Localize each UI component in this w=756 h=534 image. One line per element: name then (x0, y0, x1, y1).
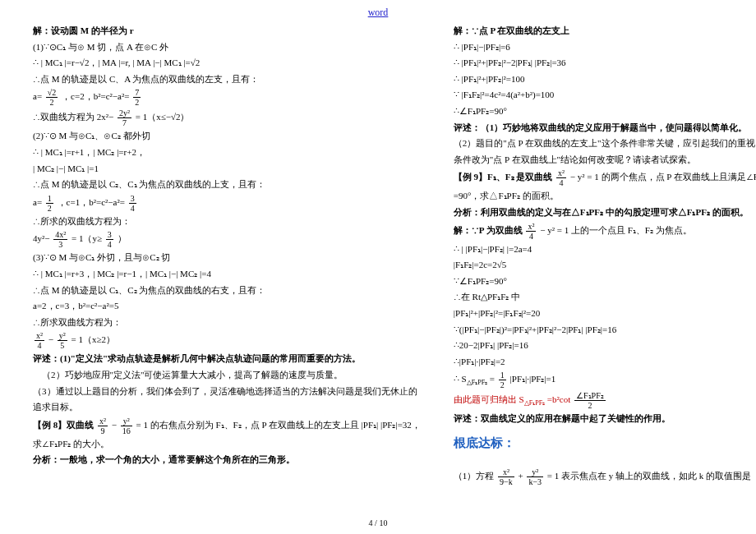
text-line: ∵(|PF₁|−|PF₂|)²=|PF₁|²+|PF₂|²−2|PF₁| |PF… (454, 323, 756, 338)
text: = 1 的右焦点分别为 F₁、F₂，点 P 在双曲线上的左支上且 |PF₁| |… (136, 420, 420, 430)
text-line: ∴所求的双曲线方程为： (33, 214, 421, 229)
fraction: x²4 (35, 331, 44, 350)
text-line: ∴20−2|PF₁| |PF₂|=16 (454, 338, 756, 353)
text: ，c=2，b²=c²−a²= (62, 91, 129, 101)
text: a= (33, 197, 42, 207)
text-line: ∴在 Rt△PF₁F₂ 中 (454, 290, 756, 305)
text: 由此题可归纳出 S (454, 394, 524, 404)
text-line: =90°，求△F₁PF₂ 的面积。 (454, 189, 756, 204)
text: − y² = 1 上的一个点且 F₁、F₂ 为焦点。 (540, 225, 691, 235)
text-line: ∴点 M 的轨迹是以 C₁、C₂ 为焦点的双曲线的右支，且有： (33, 283, 421, 298)
equation-line: x²4 − y²5 = 1（x≥2） (33, 331, 421, 350)
text-line: 条件改为"点 P 在双曲线上"结论如何改变呢？请读者试探索。 (454, 153, 756, 168)
text-line: 追求目标。 (33, 400, 421, 415)
text: = 1（x≥2） (71, 334, 115, 344)
conclusion-line: 由此题可归纳出 S△F₁PF₂ =b²cot ∠F₁PF₂2 (454, 391, 756, 410)
equation-line: 4y²− 4x²3 = 1（y≥ 34 ） (33, 230, 421, 249)
fraction: y²16 (121, 417, 132, 435)
text-line: (3)∵⊙ M 与⊙C₁ 外切，且与⊙C₂ 切 (33, 251, 421, 265)
text: ∴ S (454, 374, 467, 384)
text-line: ∵ |F₁F₂|²=4c²=4(a²+b²)=100 (454, 88, 756, 103)
problem-1: （1）方程 x²9−k + y²k−3 = 1 表示焦点在 y 轴上的双曲线，如… (454, 467, 756, 486)
text-line: ∴ |PF₁|²+|PF₂|²−2|PF₁| |PF₂|=36 (454, 56, 756, 71)
text-line: (1)∵⊙C₁ 与⊙ M 切，点 A 在⊙C 外 (33, 40, 421, 55)
text-line: ∴|PF₁|·|PF₂|=2 (454, 355, 756, 370)
solution-line: 解：∵P 为双曲线 x²4 − y² = 1 上的一个点且 F₁、F₂ 为焦点。 (454, 222, 756, 241)
text: ，c=1，b²=c²−a²= (58, 197, 125, 207)
text-line: ∴点 M 的轨迹是以 C、A 为焦点的双曲线的左支，且有： (33, 72, 421, 87)
fraction: 12 (46, 194, 53, 213)
solution-label: 解：设动圆 M 的半径为 r (33, 24, 421, 39)
page-header: word (0, 0, 756, 22)
left-column: 解：设动圆 M 的半径为 r (1)∵⊙C₁ 与⊙ M 切，点 A 在⊙C 外 … (33, 22, 421, 488)
text-line: (2)∵⊙ M 与⊙C₁、⊙C₂ 都外切 (33, 129, 421, 144)
text: = 1（x≤−√2） (136, 112, 190, 122)
text: − (48, 334, 56, 344)
text: a= (33, 91, 42, 101)
text: − (112, 420, 119, 430)
section-heading: 根底达标： (454, 433, 756, 453)
equation-line: ∴双曲线方程为 2x²− 2y²7 = 1（x≤−√2） (33, 108, 421, 127)
area-line: ∴ S△F₁PF₂ = 12 |PF₁|·|PF₂|=1 (454, 371, 756, 389)
text-line: ∴ | |PF₁|−|PF₂| |=2a=4 (454, 242, 756, 257)
text: 【例 8】双曲线 (33, 420, 96, 430)
text: （1）方程 (454, 471, 496, 481)
text: 【例 9】F₁、F₂ 是双曲线 (454, 172, 555, 182)
comment-line: 评述：（1）巧妙地将双曲线的定义应用于解题当中，使问题得以简单化。 (454, 121, 756, 136)
content-columns: 解：设动圆 M 的半径为 r (1)∵⊙C₁ 与⊙ M 切，点 A 在⊙C 外 … (0, 22, 756, 488)
comment-line: 评述：双曲线定义的应用在解题中起了关键性的作用。 (454, 412, 756, 426)
solution-label: 解：∵点 P 在双曲线的左支上 (454, 24, 756, 39)
text-line: ∴点 M 的轨迹是以 C₂、C₁ 为焦点的双曲线的上支，且有： (33, 177, 421, 192)
fraction: x²9−k (498, 467, 514, 486)
analysis-line: 分析：利用双曲线的定义与在△F₁PF₂ 中的勾股定理可求△F₁PF₂ 的面积。 (454, 205, 756, 220)
right-column: 解：∵点 P 在双曲线的左支上 ∴ |PF₁|−|PF₂|=6 ∴ |PF₁|²… (454, 22, 756, 488)
subscript: △F₁PF₂ (524, 400, 545, 407)
text-line: a=2，c=3，b²=c²−a²=5 (33, 299, 421, 314)
text-line: （3）通过以上题目的分析，我们体会到了，灵活准确地选择适当的方法解决问题是我们无… (33, 384, 421, 399)
text-line: ∴ |PF₁|−|PF₂|=6 (454, 40, 756, 55)
example-8: 【例 8】双曲线 x²9 − y²16 = 1 的右焦点分别为 F₁、F₂，点 … (33, 417, 421, 435)
subscript: △F₁PF₂ (467, 380, 487, 387)
fraction: 2y²7 (118, 108, 131, 127)
text: − y² = 1 的两个焦点，点 P 在双曲线上且满足∠F₁PF₂ (570, 172, 756, 182)
fraction: x²4 (526, 222, 536, 241)
fraction: x²9 (98, 417, 108, 435)
comment-line: 评述：(1)"定义法"求动点轨迹是解析几何中解决点轨迹问题的常用而重要的方法。 (33, 352, 421, 366)
text: ） (118, 233, 127, 243)
example-9: 【例 9】F₁、F₂ 是双曲线 x²4 − y² = 1 的两个焦点，点 P 在… (454, 168, 756, 187)
text: = 1 表示焦点在 y 轴上的双曲线，如此 k 的取值围是（ ） (547, 471, 756, 481)
text: =b²cot (547, 394, 570, 404)
fraction: y²5 (58, 331, 67, 350)
fraction: 34 (129, 194, 136, 213)
text-line: |PF₁|²+|PF₂|²=|F₁F₂|²=20 (454, 306, 756, 321)
equation-line: a= 12 ，c=1，b²=c²−a²= 34 (33, 194, 421, 213)
text-line: ∴ | MC₁ |=r−√2，| MA |=r, | MA |−| MC₁ |=… (33, 56, 421, 71)
fraction: x²4 (556, 168, 566, 187)
analysis-line: 分析：一般地，求一个角的大小，通常要解这个角所在的三角形。 (33, 453, 421, 467)
text-line: （2）题目的"点 P 在双曲线的左支上"这个条件非常关键，应引起我们的重视，假如… (454, 136, 756, 151)
text: = (490, 374, 497, 384)
fraction: 12 (499, 371, 506, 389)
text-line: ∴ | MC₁ |=r+1，| MC₂ |=r+2， (33, 145, 421, 160)
fraction: 34 (106, 230, 113, 249)
fraction: 4x²3 (53, 230, 67, 249)
fraction: √22 (46, 88, 58, 107)
text-line: ∴∠F₁PF₂=90° (454, 104, 756, 119)
text-line: ∴ | MC₁ |=r+3，| MC₂ |=r−1，| MC₁ |−| MC₂ … (33, 267, 421, 282)
fraction: y²k−3 (527, 467, 543, 486)
text: |PF₁|·|PF₂|=1 (510, 374, 556, 384)
text-line: |F₁F₂|=2c=2√5 (454, 258, 756, 273)
fraction: ∠F₁PF₂2 (574, 391, 606, 410)
text-line: ∵∠F₁PF₂=90° (454, 274, 756, 289)
text: ∴双曲线方程为 2x²− (33, 112, 113, 122)
equation-line: a= √22 ，c=2，b²=c²−a²= 72 (33, 88, 421, 107)
text-line: ∴所求双曲线方程为： (33, 315, 421, 330)
text: = 1（y≥ (71, 233, 102, 243)
text: 4y²− (33, 233, 50, 243)
text: + (519, 471, 526, 481)
fraction: 72 (133, 88, 141, 107)
text-line: ∴ |PF₁|²+|PF₂|²=100 (454, 72, 756, 87)
text-line: 求∠F₁PF₂ 的大小。 (33, 437, 421, 452)
text-line: （2）巧妙地应用"定义法"可使运算量大大减小，提高了解题的速度与质量。 (33, 368, 421, 383)
page-number: 4 / 10 (0, 518, 756, 527)
